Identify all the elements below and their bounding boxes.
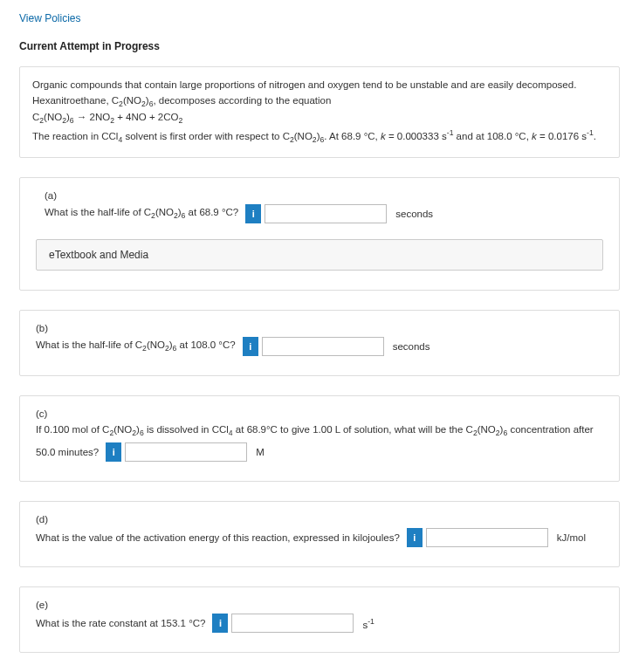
part-d-input[interactable]	[426, 528, 548, 547]
part-e-unit: s-1	[362, 617, 374, 630]
part-c-prompt-1: If 0.100 mol of C2(NO2)6 is dissolved in…	[36, 422, 603, 440]
question-d: (d) What is the value of the activation …	[19, 501, 620, 567]
part-c-prompt-2: 50.0 minutes? i M	[36, 442, 603, 462]
part-c-label: (c)	[36, 408, 603, 419]
part-b-prompt: What is the half-life of C2(NO2)6 at 108…	[36, 337, 603, 356]
question-c: (c) If 0.100 mol of C2(NO2)6 is dissolve…	[19, 395, 620, 483]
info-icon[interactable]: i	[106, 442, 121, 462]
part-a-label: (a)	[45, 190, 603, 201]
part-c-input[interactable]	[125, 442, 247, 462]
view-policies-link[interactable]: View Policies	[19, 12, 620, 24]
question-a: (a) What is the half-life of C2(NO2)6 at…	[19, 177, 620, 291]
intro-line-4: The reaction in CCl4 solvent is first or…	[32, 127, 607, 146]
part-b-label: (b)	[36, 323, 603, 333]
intro-box: Organic compounds that contain large pro…	[19, 66, 620, 158]
info-icon[interactable]: i	[245, 204, 261, 223]
part-c-unit: M	[256, 447, 265, 457]
part-a-unit: seconds	[395, 209, 433, 219]
part-d-prompt: What is the value of the activation ener…	[36, 528, 603, 547]
part-b-input[interactable]	[262, 337, 384, 356]
intro-line-1: Organic compounds that contain large pro…	[32, 78, 607, 93]
intro-line-2: Hexanitroethane, C2(NO2)6, decomposes ac…	[32, 93, 607, 111]
part-a-prompt: What is the half-life of C2(NO2)6 at 68.…	[45, 204, 603, 223]
intro-line-3: C2(NO2)6 → 2NO2 + 4NO + 2CO2	[32, 110, 607, 127]
part-e-input[interactable]	[231, 614, 354, 633]
part-b-unit: seconds	[393, 341, 430, 352]
etextbook-button[interactable]: eTextbook and Media	[36, 239, 603, 271]
page-title: Current Attempt in Progress	[19, 40, 620, 52]
part-e-label: (e)	[36, 600, 603, 610]
part-d-unit: kJ/mol	[557, 532, 586, 543]
part-d-label: (d)	[36, 514, 603, 525]
part-a-input[interactable]	[265, 204, 387, 223]
question-b: (b) What is the half-life of C2(NO2)6 at…	[19, 310, 620, 376]
question-e: (e) What is the rate constant at 153.1 °…	[19, 586, 620, 653]
info-icon[interactable]: i	[212, 614, 228, 633]
info-icon[interactable]: i	[243, 337, 258, 356]
part-e-prompt: What is the rate constant at 153.1 °C? i…	[36, 614, 603, 633]
info-icon[interactable]: i	[407, 528, 423, 547]
